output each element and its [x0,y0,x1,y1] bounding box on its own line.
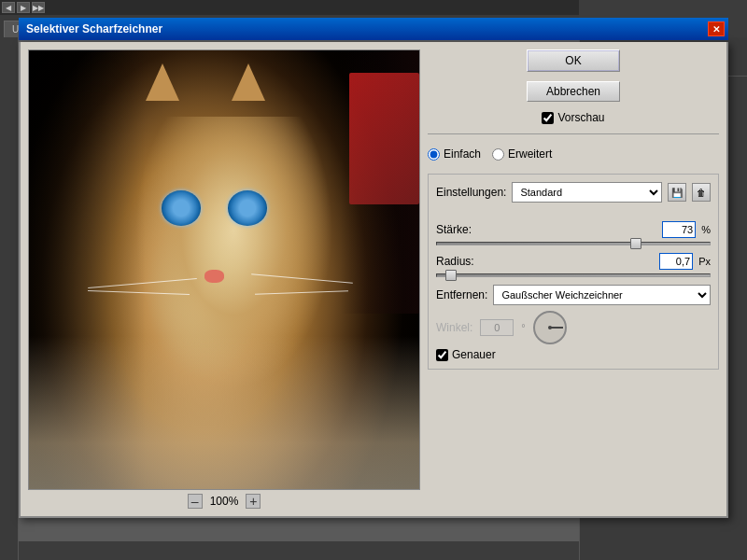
radius-unit: Px [698,256,711,267]
staerke-slider-track[interactable] [436,242,711,245]
vorschau-label: Vorschau [557,111,604,124]
staerke-slider-thumb[interactable] [630,238,641,249]
radius-row: Radius: Px [436,253,711,277]
ok-button[interactable]: OK [527,49,620,72]
dialog-title: Selektiver Scharfzeichner [26,22,162,35]
divider-1 [428,133,719,134]
erweitert-label: Erweitert [508,147,552,161]
angle-wheel [533,311,567,344]
staerke-row: Stärke: % [436,221,711,245]
image-preview-panel: – 100% + [28,49,420,509]
winkel-input [480,319,514,336]
cancel-button[interactable]: Abbrechen [527,81,620,102]
vorschau-checkbox[interactable] [542,112,554,124]
entfernen-row: Entfernen: Gaußscher Weichzeichner Linse… [436,285,711,305]
dialog-overlay: Selektiver Scharfzeichner ✕ [0,0,747,560]
delete-preset-icon: 🗑 [697,188,706,198]
dialog-titlebar: Selektiver Scharfzeichner ✕ [19,18,728,40]
staerke-label: Stärke: [436,223,472,236]
angle-center-dot [548,326,552,329]
einfach-option[interactable]: Einfach [428,147,481,161]
controls-panel: OK Abbrechen Vorschau Einfach [428,49,719,509]
dialog-selektiver-scharfzeichner: Selektiver Scharfzeichner ✕ [19,42,728,518]
delete-preset-button[interactable]: 🗑 [692,183,711,202]
zoom-label: 100% [210,495,239,508]
mode-radio-row: Einfach Erweitert [428,144,719,164]
dialog-body: – 100% + OK Abbrechen Vorschau [21,42,726,516]
save-preset-icon: 💾 [671,188,683,198]
winkel-degree: ° [521,322,525,333]
staerke-value-row: % [662,221,711,238]
winkel-label: Winkel: [436,321,472,334]
einstellungen-label: Einstellungen: [436,186,506,199]
genauer-checkbox[interactable] [436,349,448,361]
winkel-row: Winkel: ° [436,311,711,344]
dialog-close-button[interactable]: ✕ [708,21,725,36]
einstellungen-row: Einstellungen: Standard 💾 🗑 [436,182,711,203]
radius-value-row: Px [659,253,711,270]
genauer-label: Genauer [452,348,496,361]
staerke-unit: % [701,224,711,235]
radius-slider-track[interactable] [436,273,711,277]
vorschau-row: Vorschau [428,111,719,124]
angle-line [550,327,563,329]
radius-label: Radius: [436,255,474,268]
genauer-row: Genauer [436,348,711,361]
einstellungen-select[interactable]: Standard [512,182,662,203]
radius-input[interactable] [659,253,693,270]
entfernen-select[interactable]: Gaußscher Weichzeichner Linsenunschärfe … [493,285,711,305]
settings-group: Einstellungen: Standard 💾 🗑 [428,174,719,370]
radius-slider-thumb[interactable] [445,270,457,281]
erweitert-option[interactable]: Erweitert [492,147,552,161]
erweitert-radio[interactable] [492,148,504,161]
einfach-radio[interactable] [428,148,440,161]
entfernen-label: Entfernen: [436,288,487,301]
preview-bottom: – 100% + [28,490,420,509]
einfach-label: Einfach [444,147,481,161]
staerke-input[interactable] [662,221,696,238]
zoom-in-button[interactable]: + [246,494,261,509]
zoom-out-button[interactable]: – [188,494,203,509]
preview-canvas [28,49,420,490]
save-preset-button[interactable]: 💾 [668,183,686,202]
